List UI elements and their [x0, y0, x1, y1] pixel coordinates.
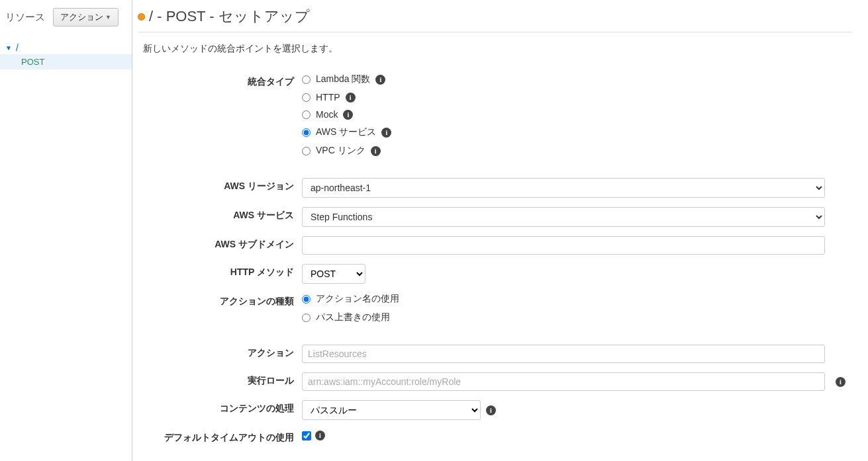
aws-service-select[interactable]: Step Functions: [302, 207, 825, 227]
status-dot-icon: [138, 13, 145, 21]
integration-type-http[interactable]: HTTP i: [302, 92, 852, 103]
integration-type-mock[interactable]: Mock i: [302, 109, 852, 120]
action-type-row: アクションの種類 アクション名の使用 パス上書きの使用: [143, 293, 852, 323]
resource-tree: ▼ / POST: [0, 41, 132, 69]
info-icon[interactable]: i: [381, 128, 391, 138]
caret-down-icon: ▼: [105, 14, 111, 21]
tree-method-label: POST: [21, 57, 44, 67]
integration-type-aws[interactable]: AWS サービス i: [302, 126, 852, 138]
aws-region-select[interactable]: ap-northeast-1: [302, 178, 825, 198]
title-row: / - POST - セットアップ: [138, 0, 852, 32]
radio-action-name[interactable]: [302, 295, 311, 304]
aws-region-row: AWS リージョン ap-northeast-1: [143, 178, 852, 198]
tree-method-item[interactable]: POST: [0, 54, 132, 69]
info-icon[interactable]: i: [836, 377, 845, 387]
radio-action-name-label: アクション名の使用: [316, 293, 399, 305]
integration-type-lambda[interactable]: Lambda 関数 i: [302, 73, 852, 85]
default-timeout-label: デフォルトタイムアウトの使用: [143, 429, 302, 444]
content-handling-row: コンテンツの処理 パススルー i: [143, 400, 852, 420]
setup-form: 統合タイプ Lambda 関数 i HTTP i Mock: [138, 73, 852, 444]
radio-vpc[interactable]: [302, 147, 311, 155]
radio-mock[interactable]: [302, 110, 311, 119]
default-timeout-checkbox[interactable]: [302, 431, 311, 440]
sidebar-title: リソース: [5, 11, 45, 24]
actions-button-label: アクション: [60, 11, 103, 23]
info-icon[interactable]: i: [486, 405, 496, 415]
info-icon[interactable]: i: [371, 146, 381, 156]
radio-lambda-label: Lambda 関数: [316, 73, 370, 85]
info-icon[interactable]: i: [343, 110, 353, 120]
content-handling-select[interactable]: パススルー: [302, 400, 481, 420]
caret-down-icon: ▼: [5, 44, 12, 52]
radio-http[interactable]: [302, 93, 311, 102]
default-timeout-row: デフォルトタイムアウトの使用 i: [143, 429, 852, 444]
intro-text: 新しいメソッドの統合ポイントを選択します。: [138, 43, 852, 55]
action-label: アクション: [143, 345, 302, 359]
execution-role-label: 実行ロール: [143, 372, 302, 387]
integration-type-label: 統合タイプ: [143, 73, 302, 88]
http-method-label: HTTP メソッド: [143, 264, 302, 278]
radio-mock-label: Mock: [316, 109, 338, 120]
aws-subdomain-input[interactable]: [302, 236, 825, 255]
action-row: アクション: [143, 345, 852, 363]
page-title: / - POST - セットアップ: [149, 7, 310, 26]
aws-region-label: AWS リージョン: [143, 178, 302, 192]
tree-root-label: /: [16, 42, 19, 53]
radio-action-path[interactable]: [302, 314, 311, 322]
actions-button[interactable]: アクション ▼: [53, 8, 119, 26]
info-icon[interactable]: i: [346, 93, 356, 103]
radio-vpc-label: VPC リンク: [316, 145, 365, 157]
sidebar-header: リソース アクション ▼: [0, 5, 132, 29]
aws-subdomain-row: AWS サブドメイン: [143, 236, 852, 255]
radio-aws[interactable]: [302, 128, 311, 137]
info-icon[interactable]: i: [375, 75, 385, 85]
radio-http-label: HTTP: [316, 92, 340, 103]
tree-root-item[interactable]: ▼ /: [0, 41, 132, 54]
action-type-name[interactable]: アクション名の使用: [302, 293, 852, 305]
execution-role-row: 実行ロール i: [143, 372, 852, 391]
info-icon[interactable]: i: [315, 431, 325, 440]
http-method-select[interactable]: POST: [302, 264, 365, 284]
action-input[interactable]: [302, 345, 825, 363]
radio-action-path-label: パス上書きの使用: [316, 312, 390, 323]
sidebar: リソース アクション ▼ ▼ / POST: [0, 0, 132, 461]
aws-service-row: AWS サービス Step Functions: [143, 207, 852, 227]
action-type-label: アクションの種類: [143, 293, 302, 308]
action-type-path[interactable]: パス上書きの使用: [302, 312, 852, 323]
main-content: / - POST - セットアップ 新しいメソッドの統合ポイントを選択します。 …: [132, 0, 868, 461]
radio-aws-label: AWS サービス: [316, 126, 376, 138]
aws-service-label: AWS サービス: [143, 207, 302, 222]
http-method-row: HTTP メソッド POST: [143, 264, 852, 284]
content-handling-label: コンテンツの処理: [143, 400, 302, 415]
radio-lambda[interactable]: [302, 75, 311, 84]
integration-type-row: 統合タイプ Lambda 関数 i HTTP i Mock: [143, 73, 852, 157]
execution-role-input[interactable]: [302, 372, 825, 391]
aws-subdomain-label: AWS サブドメイン: [143, 236, 302, 251]
integration-type-vpc[interactable]: VPC リンク i: [302, 145, 852, 157]
